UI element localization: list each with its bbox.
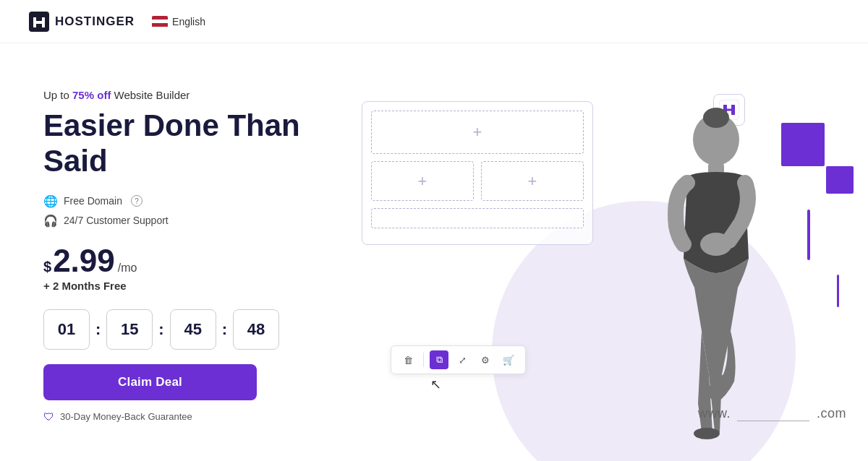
builder-mockup: + + + xyxy=(362,101,593,245)
domain-www: www. xyxy=(698,406,731,421)
builder-row-1: + xyxy=(371,111,584,154)
toolbar-move-btn[interactable]: ⤢ xyxy=(453,350,472,369)
toolbar-trash-btn[interactable]: 🗑 xyxy=(399,350,417,369)
count-sep-1: : xyxy=(95,320,101,339)
language-label: English xyxy=(172,16,205,27)
svg-point-5 xyxy=(700,233,732,256)
builder-block-top: + xyxy=(371,111,584,154)
guarantee-row: 🛡 30-Day Money-Back Guarantee xyxy=(43,410,318,423)
logo-text: HOSTINGER xyxy=(55,14,135,29)
language-selector[interactable]: English xyxy=(152,16,205,27)
count-sep-3: : xyxy=(222,320,227,339)
accent-square-2 xyxy=(826,166,854,194)
toolbar-cart-btn[interactable]: 🛒 xyxy=(499,350,518,369)
feature-domain: 🌐 Free Domain ? xyxy=(43,194,318,208)
main-content: Up to 75% off Website Builder Easier Don… xyxy=(0,43,868,461)
right-section: + + + 🗑 ⧉ ⤢ ⚙ 🛒 ↖ xyxy=(347,43,868,461)
shield-icon: 🛡 xyxy=(43,410,54,423)
logo: HOSTINGER xyxy=(29,12,135,32)
countdown-hours: 01 xyxy=(43,309,90,350)
feature-support: 🎧 24/7 Customer Support xyxy=(43,214,318,228)
builder-toolbar: 🗑 ⧉ ⤢ ⚙ 🛒 xyxy=(391,345,526,374)
feature-domain-label: Free Domain xyxy=(64,195,122,207)
countdown-minutes: 15 xyxy=(106,309,153,350)
price-row: $ 2.99 /mo xyxy=(43,245,318,277)
headset-icon: 🎧 xyxy=(43,214,58,228)
countdown-timer: 01 : 15 : 45 : 48 xyxy=(43,309,318,350)
price-mo: /mo xyxy=(118,262,137,275)
domain-bar: www. .com xyxy=(698,405,846,421)
promo-tag: Up to 75% off Website Builder xyxy=(43,89,318,101)
guarantee-label: 30-Day Money-Back Guarantee xyxy=(60,411,192,422)
toolbar-settings-btn[interactable]: ⚙ xyxy=(476,350,495,369)
svg-point-3 xyxy=(703,108,729,128)
us-flag-icon xyxy=(152,16,168,27)
builder-block-right: + xyxy=(481,161,584,201)
promo-prefix: Up to xyxy=(43,89,72,101)
price-dollar: $ xyxy=(43,259,51,274)
header: HOSTINGER English xyxy=(0,0,868,43)
countdown-frames: 48 xyxy=(233,309,279,350)
count-sep-2: : xyxy=(158,320,163,339)
svg-point-6 xyxy=(694,428,720,439)
countdown-seconds: 45 xyxy=(170,309,216,350)
builder-block-bottom xyxy=(371,208,584,228)
features-list: 🌐 Free Domain ? 🎧 24/7 Customer Support xyxy=(43,194,318,228)
question-icon[interactable]: ? xyxy=(131,195,142,207)
promo-highlight: 75% off xyxy=(72,89,111,101)
toolbar-divider-1 xyxy=(423,353,424,367)
hostinger-logo-icon xyxy=(29,12,49,32)
domain-underline xyxy=(737,405,809,421)
headline: Easier Done Than Said xyxy=(43,108,318,178)
price-amount: 2.99 xyxy=(53,245,115,277)
vertical-line-2 xyxy=(837,275,839,307)
globe-icon: 🌐 xyxy=(43,194,58,208)
claim-deal-button[interactable]: Claim Deal xyxy=(43,364,257,400)
builder-frame: + + + xyxy=(362,101,593,245)
promo-suffix: Website Builder xyxy=(111,89,190,101)
price-section: $ 2.99 /mo + 2 Months Free xyxy=(43,245,318,303)
price-bonus: + 2 Months Free xyxy=(43,280,318,292)
left-section: Up to 75% off Website Builder Easier Don… xyxy=(0,43,347,461)
builder-block-left: + xyxy=(371,161,474,201)
builder-row-2: + + xyxy=(371,161,584,201)
cursor-icon: ↖ xyxy=(430,376,441,392)
domain-com: .com xyxy=(817,406,846,421)
toolbar-copy-btn[interactable]: ⧉ xyxy=(430,350,448,369)
builder-row-3 xyxy=(371,208,584,228)
feature-support-label: 24/7 Customer Support xyxy=(64,215,169,226)
